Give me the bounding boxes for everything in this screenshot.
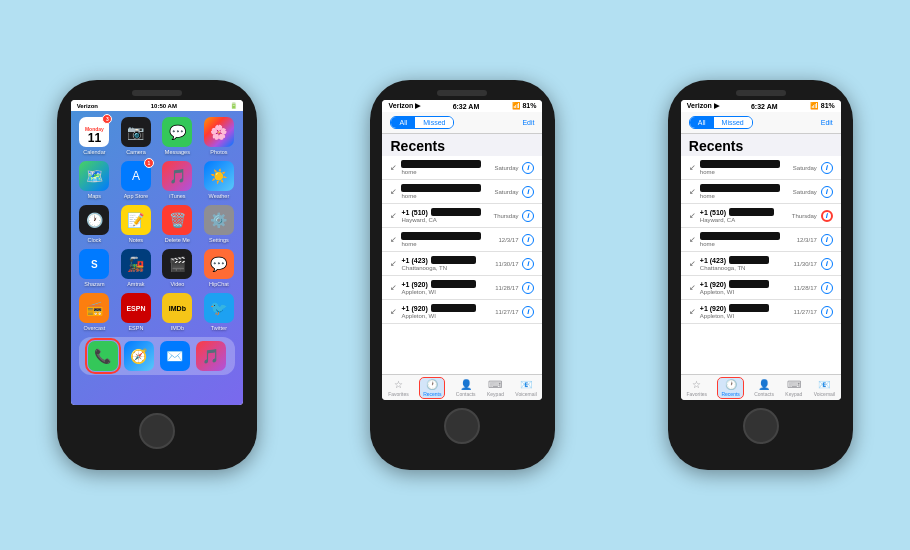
call-arrow-3-4: ↙ <box>689 235 696 244</box>
recent-item-7[interactable]: ↙ +1 (920) Appleton, WI 11/27/17 i <box>382 300 542 324</box>
recent-item-3-1[interactable]: ↙ home Saturday i <box>681 156 841 180</box>
recent-item-2[interactable]: ↙ home Saturday i <box>382 180 542 204</box>
hipchat-label: HipChat <box>209 281 229 287</box>
app-espn-icon[interactable]: ESPN ESPN <box>118 293 154 331</box>
tab-favorites-2[interactable]: ☆ Favorites <box>388 379 409 397</box>
tab-keypad-label-3: Keypad <box>785 391 802 397</box>
edit-btn-2[interactable]: Edit <box>522 119 534 126</box>
app-photos-icon[interactable]: 🌸 Photos <box>201 117 237 155</box>
itunes-label: iTunes <box>169 193 185 199</box>
recent-item-left-2: home <box>401 184 494 199</box>
app-clock-icon[interactable]: 🕐 Clock <box>77 205 113 243</box>
recent-item-3-7[interactable]: ↙ +1 (920) Appleton, WI 11/27/17 i <box>681 300 841 324</box>
recents-title-2: Recents <box>382 134 542 156</box>
info-btn-3-5[interactable]: i <box>821 258 833 270</box>
seg-all-3[interactable]: All <box>690 117 714 128</box>
name-bar-3-6 <box>729 280 769 288</box>
recent-date-3-2: Saturday <box>793 189 817 195</box>
info-btn-2[interactable]: i <box>522 186 534 198</box>
call-arrow-3-1: ↙ <box>689 163 696 172</box>
seg-all-2[interactable]: All <box>391 117 415 128</box>
tab-contacts-label-2: Contacts <box>456 391 476 397</box>
tab-recents-2[interactable]: 🕐 Recents <box>420 378 444 398</box>
recents-screen-3: Verizon ▶ 6:32 AM 📶 81% All Missed Edit … <box>681 100 841 400</box>
call-arrow-1: ↙ <box>390 163 397 172</box>
home-button-2[interactable] <box>444 408 480 444</box>
info-btn-6[interactable]: i <box>522 282 534 294</box>
hipchat-icon-img: 💬 <box>204 249 234 279</box>
app-camera-icon[interactable]: 📷 Camera <box>118 117 154 155</box>
app-amtrak-icon[interactable]: 🚂 Amtrak <box>118 249 154 287</box>
tab-keypad-2[interactable]: ⌨ Keypad <box>487 379 504 397</box>
area-code-6: +1 (920) <box>401 281 427 288</box>
speaker-3 <box>736 90 786 96</box>
app-appstore-icon[interactable]: A 1 App Store <box>118 161 154 199</box>
info-btn-7[interactable]: i <box>522 306 534 318</box>
info-btn-3-1[interactable]: i <box>821 162 833 174</box>
home-button-3[interactable] <box>743 408 779 444</box>
app-calendar-icon[interactable]: Monday 11 3 Calendar <box>77 117 113 155</box>
tab-voicemail-label-2: Voicemail <box>515 391 536 397</box>
recent-item-3-4[interactable]: ↙ home 12/3/17 i <box>681 228 841 252</box>
app-imdb-icon[interactable]: IMDb IMDb <box>160 293 196 331</box>
info-btn-1[interactable]: i <box>522 162 534 174</box>
recent-item-6[interactable]: ↙ +1 (920) Appleton, WI 11/28/17 i <box>382 276 542 300</box>
name-bar-3-2 <box>700 184 780 192</box>
recent-item-left-3-2: home <box>700 184 793 199</box>
video-label: Video <box>170 281 184 287</box>
tab-voicemail-2[interactable]: 📧 Voicemail <box>515 379 536 397</box>
info-btn-5[interactable]: i <box>522 258 534 270</box>
app-messages-icon[interactable]: 💬 Messages <box>160 117 196 155</box>
recent-item-5[interactable]: ↙ +1 (423) Chattanooga, TN 11/30/17 i <box>382 252 542 276</box>
recent-item-3-5[interactable]: ↙ +1 (423) Chattanooga, TN 11/30/17 i <box>681 252 841 276</box>
edit-btn-3[interactable]: Edit <box>821 119 833 126</box>
mail-dock-icon[interactable]: ✉️ <box>160 341 190 371</box>
app-notes-icon[interactable]: 📝 Notes <box>118 205 154 243</box>
app-twitter-icon[interactable]: 🐦 Twitter <box>201 293 237 331</box>
maps-icon-img: 🗺️ <box>79 161 109 191</box>
area-code-3-5: +1 (423) <box>700 257 726 264</box>
app-maps-icon[interactable]: 🗺️ Maps <box>77 161 113 199</box>
seg-missed-2[interactable]: Missed <box>415 117 453 128</box>
info-btn-3-4[interactable]: i <box>821 234 833 246</box>
recents-tab-bar-2: All Missed Edit <box>382 112 542 134</box>
recent-item-3-3[interactable]: ↙ +1 (510) Hayward, CA Thursday i <box>681 204 841 228</box>
info-btn-3-6[interactable]: i <box>821 282 833 294</box>
tab-favorites-label-3: Favorites <box>687 391 708 397</box>
app-delete-icon[interactable]: 🗑️ Delete Me <box>160 205 196 243</box>
tab-recents-3[interactable]: 🕐 Recents <box>718 378 742 398</box>
name-bar-3-1 <box>700 160 780 168</box>
home-button-1[interactable] <box>139 413 175 449</box>
info-btn-4[interactable]: i <box>522 234 534 246</box>
shazam-label: Shazam <box>84 281 104 287</box>
recent-item-3[interactable]: ↙ +1 (510) Hayward, CA Thursday i <box>382 204 542 228</box>
tab-contacts-2[interactable]: 👤 Contacts <box>456 379 476 397</box>
home-screen: Monday 11 3 Calendar 📷 Camera 💬 Messages <box>71 111 243 405</box>
recent-item-4[interactable]: ↙ home 12/3/17 i <box>382 228 542 252</box>
safari-dock-icon[interactable]: 🧭 <box>124 341 154 371</box>
tab-contacts-3[interactable]: 👤 Contacts <box>754 379 774 397</box>
app-overcast-icon[interactable]: 📻 Overcast <box>77 293 113 331</box>
tab-favorites-3[interactable]: ☆ Favorites <box>687 379 708 397</box>
recent-sub-1: home <box>401 169 494 175</box>
calendar-icon-img: Monday 11 3 <box>79 117 109 147</box>
app-itunes-icon[interactable]: 🎵 iTunes <box>160 161 196 199</box>
info-btn-3[interactable]: i <box>522 210 534 222</box>
app-video-icon[interactable]: 🎬 Video <box>160 249 196 287</box>
music-dock-icon[interactable]: 🎵 <box>196 341 226 371</box>
app-settings-icon[interactable]: ⚙️ Settings <box>201 205 237 243</box>
app-weather-icon[interactable]: ☀️ Weather <box>201 161 237 199</box>
info-btn-3-2[interactable]: i <box>821 186 833 198</box>
recent-item-1[interactable]: ↙ home Saturday i <box>382 156 542 180</box>
recent-item-3-6[interactable]: ↙ +1 (920) Appleton, WI 11/28/17 i <box>681 276 841 300</box>
seg-missed-3[interactable]: Missed <box>714 117 752 128</box>
tab-keypad-3[interactable]: ⌨ Keypad <box>785 379 802 397</box>
info-btn-3-3-highlighted[interactable]: i <box>821 210 833 222</box>
phone-dock-icon[interactable]: 📞 <box>88 341 118 371</box>
app-shazam-icon[interactable]: S Shazam <box>77 249 113 287</box>
recent-item-3-2[interactable]: ↙ home Saturday i <box>681 180 841 204</box>
info-btn-3-7[interactable]: i <box>821 306 833 318</box>
tab-voicemail-3[interactable]: 📧 Voicemail <box>814 379 835 397</box>
app-hipchat-icon[interactable]: 💬 HipChat <box>201 249 237 287</box>
call-arrow-2: ↙ <box>390 187 397 196</box>
